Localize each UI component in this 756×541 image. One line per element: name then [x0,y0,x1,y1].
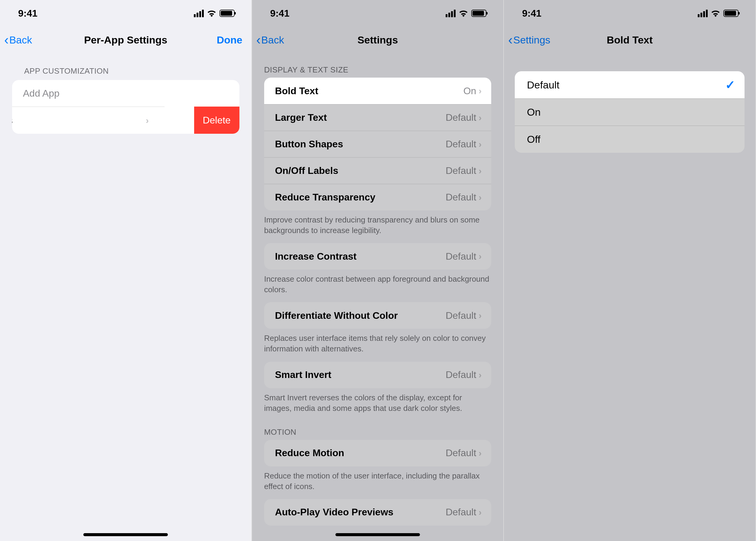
nav-title: Settings [358,34,398,46]
setting-value: Default [445,112,476,123]
setting-row[interactable]: Smart InvertDefault› [264,362,491,388]
setting-row[interactable]: Button ShapesDefault› [264,131,491,157]
battery-icon [723,10,738,17]
home-indicator[interactable] [83,533,168,536]
setting-row[interactable]: Auto-Play Video PreviewsDefault› [264,499,491,526]
screen-bold-text: 9:41 ‹ Settings Bold Text Default✓OnOff [504,0,756,541]
battery-icon [471,10,486,17]
setting-row[interactable]: Increase ContrastDefault› [264,243,491,270]
chevron-right-icon: › [478,507,481,517]
status-indicators [445,10,486,17]
screen-app-settings: 9:41 ‹ Back Settings DISPLAY & TEXT SIZE… [252,0,504,541]
setting-value: Default [445,507,476,518]
status-time: 9:41 [522,8,541,19]
nav-bar: ‹ Back Settings [252,27,503,53]
app-list: Add App ettings › Delete [12,80,240,134]
chevron-right-icon: › [478,310,481,320]
nav-title: Bold Text [606,34,652,46]
bold-text-options: Default✓OnOff [515,71,745,153]
setting-label: Auto-Play Video Previews [275,507,445,518]
setting-value: Default [445,251,476,262]
chevron-right-icon: › [146,115,149,126]
setting-value: Default [445,310,476,321]
wifi-icon [458,10,468,17]
group-increase-contrast: Increase ContrastDefault› [264,243,491,270]
delete-button[interactable]: Delete [194,107,240,134]
battery-icon [220,10,235,17]
option-row[interactable]: On [515,98,745,126]
back-button[interactable]: ‹ Settings [508,27,550,53]
home-indicator[interactable] [336,533,420,536]
cellular-icon [194,10,204,17]
status-indicators [698,10,738,17]
add-app-row[interactable]: Add App [12,80,240,107]
done-button[interactable]: Done [217,27,243,53]
setting-label: Button Shapes [275,139,445,150]
nav-bar: ‹ Back Per-App Settings Done [0,27,252,53]
add-app-label: Add App [23,88,230,99]
chevron-right-icon: › [478,448,481,458]
status-bar: 9:41 [504,0,755,27]
setting-label: Differentiate Without Color [275,310,445,321]
setting-label: Reduce Motion [275,447,445,459]
footer-differentiate: Replaces user interface items that rely … [252,329,503,356]
option-row[interactable]: Off [515,126,745,153]
setting-label: Bold Text [275,85,463,97]
setting-row[interactable]: On/Off LabelsDefault› [264,157,491,184]
setting-label: On/Off Labels [275,165,445,176]
chevron-right-icon: › [478,113,481,123]
setting-value: Default [445,165,476,176]
setting-row[interactable]: Differentiate Without ColorDefault› [264,302,491,329]
group-display-text: Bold TextOn›Larger TextDefault›Button Sh… [264,78,491,211]
back-button[interactable]: ‹ Back [4,27,32,53]
chevron-right-icon: › [478,166,481,176]
group-reduce-motion: Reduce MotionDefault› [264,440,491,466]
status-time: 9:41 [18,8,37,19]
setting-label: Larger Text [275,112,445,123]
chevron-right-icon: › [478,86,481,96]
section-motion: MOTION [252,415,503,440]
app-name: ettings [12,114,146,126]
setting-row[interactable]: Reduce TransparencyDefault› [264,184,491,211]
chevron-right-icon: › [478,370,481,380]
footer-smart-invert: Smart Invert reverses the colors of the … [252,388,503,415]
setting-label: Increase Contrast [275,251,445,262]
chevron-right-icon: › [478,139,481,150]
group-differentiate: Differentiate Without ColorDefault› [264,302,491,329]
cellular-icon [698,10,708,17]
chevron-right-icon: › [478,192,481,203]
screen-per-app-settings: 9:41 ‹ Back Per-App Settings Done APP CU… [0,0,252,541]
section-header-app-customization: APP CUSTOMIZATION [0,53,252,80]
setting-value: Default [445,192,476,203]
back-label: Back [261,34,284,46]
app-row-settings[interactable]: ettings › [12,107,165,134]
nav-title: Per-App Settings [84,34,167,46]
group-smart-invert: Smart InvertDefault› [264,362,491,388]
footer-increase-contrast: Increase color contrast between app fore… [252,270,503,297]
setting-value: On [463,85,476,97]
setting-row[interactable]: Reduce MotionDefault› [264,440,491,466]
back-button[interactable]: ‹ Back [256,27,284,53]
setting-value: Default [445,447,476,459]
wifi-icon [711,10,720,17]
group-autoplay: Auto-Play Video PreviewsDefault› [264,499,491,526]
setting-label: Smart Invert [275,369,445,380]
option-row[interactable]: Default✓ [515,71,745,98]
chevron-right-icon: › [478,251,481,262]
setting-row[interactable]: Bold TextOn› [264,78,491,104]
wifi-icon [207,10,217,17]
option-label: Off [527,134,735,145]
back-label: Settings [513,34,550,46]
checkmark-icon: ✓ [725,78,735,92]
section-display-text: DISPLAY & TEXT SIZE [252,53,503,78]
setting-row[interactable]: Larger TextDefault› [264,104,491,131]
back-label: Back [9,34,32,46]
nav-bar: ‹ Settings Bold Text [504,27,755,53]
option-label: Default [527,79,725,91]
cellular-icon [445,10,455,17]
setting-value: Default [445,139,476,150]
setting-value: Default [445,369,476,380]
status-time: 9:41 [270,8,290,19]
setting-label: Reduce Transparency [275,192,445,203]
footer-reduce-motion: Reduce the motion of the user interface,… [252,466,503,494]
